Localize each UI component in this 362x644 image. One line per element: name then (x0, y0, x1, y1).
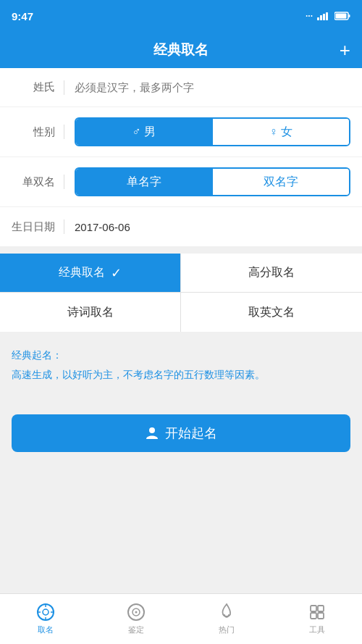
birthday-row: 生日日期 2017-06-06 (0, 207, 362, 246)
description-section: 经典起名： 高速生成，以好听为主，不考虑名字的五行数理等因素。 (0, 339, 362, 393)
name-type-section: 经典取名 ✓ 高分取名 诗词取名 取英文名 (0, 254, 362, 332)
tools-icon (308, 603, 327, 622)
birthday-label: 生日日期 (12, 220, 55, 234)
description-title: 经典起名： (12, 349, 350, 362)
svg-point-16 (135, 611, 137, 614)
svg-rect-18 (318, 606, 324, 611)
nav-label-naming: 取名 (38, 624, 54, 635)
form-section: 姓氏 性别 ♂ 男 ♀ 女 单双名 单名字 (0, 68, 362, 246)
form-divider4 (64, 219, 64, 234)
description-text: 高速生成，以好听为主，不考虑名字的五行数理等因素。 (12, 367, 350, 382)
status-icons: ··· (306, 11, 350, 21)
naming-icon (36, 603, 55, 622)
svg-rect-20 (318, 613, 324, 619)
header-title: 经典取名 (153, 41, 209, 59)
battery-icon (334, 12, 350, 20)
main-content: 姓氏 性别 ♂ 男 ♀ 女 单双名 单名字 (0, 68, 362, 467)
svg-rect-2 (323, 14, 325, 20)
svg-rect-3 (326, 12, 328, 20)
gender-male-button[interactable]: ♂ 男 (76, 119, 212, 145)
appraise-icon (127, 603, 146, 622)
person-icon (145, 426, 159, 440)
birthday-value[interactable]: 2017-06-06 (75, 221, 130, 233)
svg-rect-1 (320, 15, 322, 20)
lastname-row: 姓氏 (0, 68, 362, 107)
nav-label-appraise: 鉴定 (128, 624, 144, 635)
hot-icon (217, 603, 236, 622)
bottom-nav: 取名 鉴定 热门 工具 (0, 593, 362, 644)
header: 经典取名 + (0, 32, 362, 68)
double-name-button[interactable]: 双名字 (213, 169, 349, 195)
gender-female-button[interactable]: ♀ 女 (213, 119, 349, 145)
nametype-toggle-group: 单名字 双名字 (75, 167, 350, 196)
nav-label-tools: 工具 (309, 624, 325, 635)
nav-item-tools[interactable]: 工具 (272, 594, 362, 644)
gender-row: 性别 ♂ 男 ♀ 女 (0, 107, 362, 157)
signal-bars-icon (317, 12, 330, 20)
add-button[interactable]: + (340, 39, 350, 62)
check-icon: ✓ (111, 265, 122, 281)
svg-point-7 (149, 427, 155, 433)
signal-dots: ··· (306, 11, 313, 21)
gender-label: 性别 (12, 125, 55, 139)
svg-rect-19 (311, 613, 316, 619)
name-type-grid: 经典取名 ✓ 高分取名 诗词取名 取英文名 (0, 254, 362, 332)
lastname-label: 姓氏 (12, 80, 55, 94)
start-btn-section: 开始起名 (0, 400, 362, 467)
lastname-input[interactable] (75, 81, 350, 93)
svg-rect-0 (317, 17, 319, 20)
start-naming-button[interactable]: 开始起名 (12, 414, 350, 452)
nametype-row: 单双名 单名字 双名字 (0, 157, 362, 207)
form-divider2 (64, 125, 64, 139)
single-name-button[interactable]: 单名字 (76, 169, 212, 195)
nametype-label: 单双名 (12, 175, 55, 189)
status-bar: 9:47 ··· (0, 0, 362, 32)
form-divider3 (64, 175, 64, 189)
gender-toggle-group: ♂ 男 ♀ 女 (75, 117, 350, 146)
form-divider (64, 80, 64, 95)
poetry-naming-button[interactable]: 诗词取名 (0, 293, 181, 332)
svg-rect-17 (311, 606, 316, 611)
svg-rect-6 (336, 14, 347, 19)
svg-point-9 (43, 609, 49, 615)
nav-item-naming[interactable]: 取名 (0, 594, 90, 644)
nav-item-hot[interactable]: 热门 (181, 594, 272, 644)
nav-label-hot: 热门 (219, 624, 235, 635)
highscore-naming-button[interactable]: 高分取名 (181, 254, 362, 293)
english-naming-button[interactable]: 取英文名 (181, 293, 362, 332)
svg-rect-5 (349, 14, 350, 17)
classic-naming-button[interactable]: 经典取名 ✓ (0, 254, 181, 293)
status-time: 9:47 (12, 10, 33, 22)
nav-item-appraise[interactable]: 鉴定 (90, 594, 181, 644)
